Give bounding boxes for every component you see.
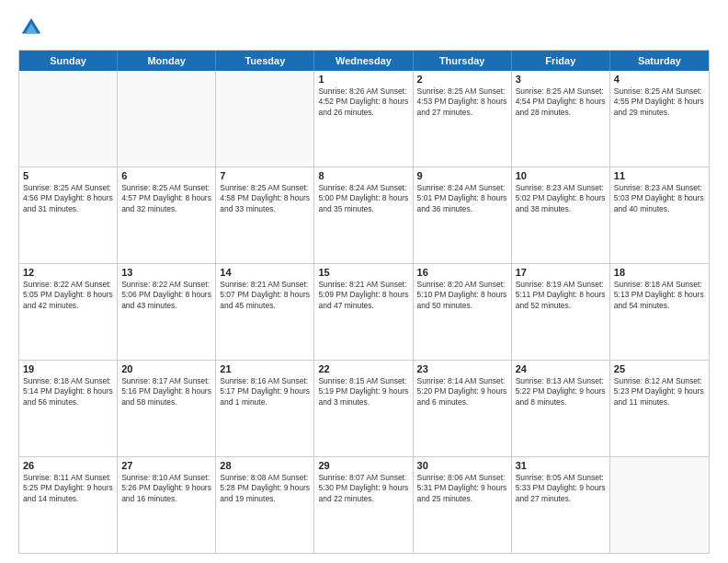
day-info: Sunrise: 8:07 AM Sunset: 5:30 PM Dayligh… <box>318 473 408 504</box>
cal-cell: 31Sunrise: 8:05 AM Sunset: 5:33 PM Dayli… <box>512 457 610 553</box>
cal-cell: 28Sunrise: 8:08 AM Sunset: 5:28 PM Dayli… <box>216 457 314 553</box>
day-info: Sunrise: 8:14 AM Sunset: 5:20 PM Dayligh… <box>417 376 507 408</box>
day-number: 15 <box>318 267 408 278</box>
cal-row-0: 1Sunrise: 8:26 AM Sunset: 4:52 PM Daylig… <box>19 71 709 167</box>
cal-row-3: 19Sunrise: 8:18 AM Sunset: 5:14 PM Dayli… <box>19 360 709 456</box>
page: SundayMondayTuesdayWednesdayThursdayFrid… <box>0 0 728 563</box>
day-info: Sunrise: 8:23 AM Sunset: 5:03 PM Dayligh… <box>614 183 705 214</box>
day-number: 28 <box>220 460 310 471</box>
day-info: Sunrise: 8:08 AM Sunset: 5:28 PM Dayligh… <box>220 473 310 504</box>
day-number: 17 <box>516 267 606 278</box>
day-info: Sunrise: 8:10 AM Sunset: 5:26 PM Dayligh… <box>121 473 211 504</box>
day-info: Sunrise: 8:13 AM Sunset: 5:22 PM Dayligh… <box>516 376 606 408</box>
day-info: Sunrise: 8:25 AM Sunset: 4:53 PM Dayligh… <box>417 86 507 118</box>
cal-cell: 2Sunrise: 8:25 AM Sunset: 4:53 PM Daylig… <box>414 71 512 167</box>
cal-cell <box>216 71 314 167</box>
day-number: 2 <box>417 74 507 85</box>
day-number: 3 <box>516 74 606 85</box>
cal-cell: 12Sunrise: 8:22 AM Sunset: 5:05 PM Dayli… <box>19 264 118 360</box>
day-number: 1 <box>318 74 408 85</box>
day-number: 14 <box>220 267 310 278</box>
day-number: 7 <box>220 170 310 181</box>
cal-cell: 18Sunrise: 8:18 AM Sunset: 5:13 PM Dayli… <box>610 264 709 360</box>
day-number: 26 <box>23 460 113 471</box>
day-number: 21 <box>220 363 310 374</box>
cal-cell: 16Sunrise: 8:20 AM Sunset: 5:10 PM Dayli… <box>414 264 512 360</box>
day-info: Sunrise: 8:22 AM Sunset: 5:05 PM Dayligh… <box>23 280 113 311</box>
day-number: 24 <box>516 363 606 374</box>
day-info: Sunrise: 8:23 AM Sunset: 5:02 PM Dayligh… <box>516 183 606 214</box>
logo-icon <box>18 15 44 40</box>
cal-cell: 30Sunrise: 8:06 AM Sunset: 5:31 PM Dayli… <box>414 457 512 553</box>
day-number: 16 <box>417 267 507 278</box>
cal-cell: 26Sunrise: 8:11 AM Sunset: 5:25 PM Dayli… <box>19 457 118 553</box>
cal-cell: 7Sunrise: 8:25 AM Sunset: 4:58 PM Daylig… <box>216 167 314 263</box>
day-info: Sunrise: 8:19 AM Sunset: 5:11 PM Dayligh… <box>516 280 606 311</box>
cal-cell: 20Sunrise: 8:17 AM Sunset: 5:16 PM Dayli… <box>118 361 216 456</box>
cal-cell: 11Sunrise: 8:23 AM Sunset: 5:03 PM Dayli… <box>610 167 709 263</box>
day-number: 31 <box>516 460 606 471</box>
day-info: Sunrise: 8:11 AM Sunset: 5:25 PM Dayligh… <box>23 473 113 504</box>
cal-cell: 21Sunrise: 8:16 AM Sunset: 5:17 PM Dayli… <box>216 361 314 456</box>
day-number: 29 <box>318 460 408 471</box>
day-info: Sunrise: 8:12 AM Sunset: 5:23 PM Dayligh… <box>614 376 705 408</box>
day-number: 25 <box>614 363 705 374</box>
day-info: Sunrise: 8:26 AM Sunset: 4:52 PM Dayligh… <box>318 86 408 118</box>
day-number: 5 <box>23 170 113 181</box>
day-number: 30 <box>417 460 507 471</box>
cal-cell <box>19 71 118 167</box>
cal-cell: 14Sunrise: 8:21 AM Sunset: 5:07 PM Dayli… <box>216 264 314 360</box>
day-info: Sunrise: 8:21 AM Sunset: 5:09 PM Dayligh… <box>318 280 408 311</box>
calendar-body: 1Sunrise: 8:26 AM Sunset: 4:52 PM Daylig… <box>19 71 709 553</box>
cal-cell: 27Sunrise: 8:10 AM Sunset: 5:26 PM Dayli… <box>118 457 216 553</box>
day-number: 4 <box>614 74 705 85</box>
day-number: 9 <box>417 170 507 181</box>
cal-cell: 29Sunrise: 8:07 AM Sunset: 5:30 PM Dayli… <box>314 457 413 553</box>
header-day-saturday: Saturday <box>610 51 709 71</box>
cal-row-4: 26Sunrise: 8:11 AM Sunset: 5:25 PM Dayli… <box>19 456 709 553</box>
calendar: SundayMondayTuesdayWednesdayThursdayFrid… <box>18 50 710 554</box>
header <box>18 15 710 40</box>
cal-row-1: 5Sunrise: 8:25 AM Sunset: 4:56 PM Daylig… <box>19 167 709 263</box>
calendar-header: SundayMondayTuesdayWednesdayThursdayFrid… <box>19 51 709 71</box>
day-info: Sunrise: 8:17 AM Sunset: 5:16 PM Dayligh… <box>121 376 211 408</box>
logo <box>18 15 48 40</box>
day-info: Sunrise: 8:25 AM Sunset: 4:56 PM Dayligh… <box>23 183 113 214</box>
header-day-friday: Friday <box>512 51 610 71</box>
cal-cell: 24Sunrise: 8:13 AM Sunset: 5:22 PM Dayli… <box>512 361 610 456</box>
day-info: Sunrise: 8:21 AM Sunset: 5:07 PM Dayligh… <box>220 280 310 311</box>
day-number: 6 <box>121 170 211 181</box>
day-number: 19 <box>23 363 113 374</box>
header-day-wednesday: Wednesday <box>314 51 413 71</box>
cal-row-2: 12Sunrise: 8:22 AM Sunset: 5:05 PM Dayli… <box>19 263 709 360</box>
day-info: Sunrise: 8:25 AM Sunset: 4:54 PM Dayligh… <box>516 86 606 118</box>
cal-cell <box>118 71 216 167</box>
day-number: 10 <box>516 170 606 181</box>
cal-cell: 15Sunrise: 8:21 AM Sunset: 5:09 PM Dayli… <box>314 264 413 360</box>
cal-cell: 1Sunrise: 8:26 AM Sunset: 4:52 PM Daylig… <box>314 71 413 167</box>
cal-cell: 8Sunrise: 8:24 AM Sunset: 5:00 PM Daylig… <box>314 167 413 263</box>
day-number: 11 <box>614 170 705 181</box>
day-info: Sunrise: 8:06 AM Sunset: 5:31 PM Dayligh… <box>417 473 507 504</box>
cal-cell: 10Sunrise: 8:23 AM Sunset: 5:02 PM Dayli… <box>512 167 610 263</box>
cal-cell: 19Sunrise: 8:18 AM Sunset: 5:14 PM Dayli… <box>19 361 118 456</box>
day-number: 27 <box>121 460 211 471</box>
day-info: Sunrise: 8:25 AM Sunset: 4:55 PM Dayligh… <box>614 86 705 118</box>
cal-cell: 13Sunrise: 8:22 AM Sunset: 5:06 PM Dayli… <box>118 264 216 360</box>
cal-cell: 22Sunrise: 8:15 AM Sunset: 5:19 PM Dayli… <box>314 361 413 456</box>
day-number: 20 <box>121 363 211 374</box>
day-info: Sunrise: 8:25 AM Sunset: 4:58 PM Dayligh… <box>220 183 310 214</box>
cal-cell: 9Sunrise: 8:24 AM Sunset: 5:01 PM Daylig… <box>414 167 512 263</box>
day-info: Sunrise: 8:16 AM Sunset: 5:17 PM Dayligh… <box>220 376 310 408</box>
cal-cell: 17Sunrise: 8:19 AM Sunset: 5:11 PM Dayli… <box>512 264 610 360</box>
day-info: Sunrise: 8:15 AM Sunset: 5:19 PM Dayligh… <box>318 376 408 408</box>
day-number: 18 <box>614 267 705 278</box>
header-day-sunday: Sunday <box>19 51 118 71</box>
cal-cell <box>610 457 709 553</box>
day-info: Sunrise: 8:24 AM Sunset: 5:00 PM Dayligh… <box>318 183 408 214</box>
header-day-tuesday: Tuesday <box>216 51 314 71</box>
day-number: 8 <box>318 170 408 181</box>
cal-cell: 6Sunrise: 8:25 AM Sunset: 4:57 PM Daylig… <box>118 167 216 263</box>
cal-cell: 3Sunrise: 8:25 AM Sunset: 4:54 PM Daylig… <box>512 71 610 167</box>
day-number: 22 <box>318 363 408 374</box>
